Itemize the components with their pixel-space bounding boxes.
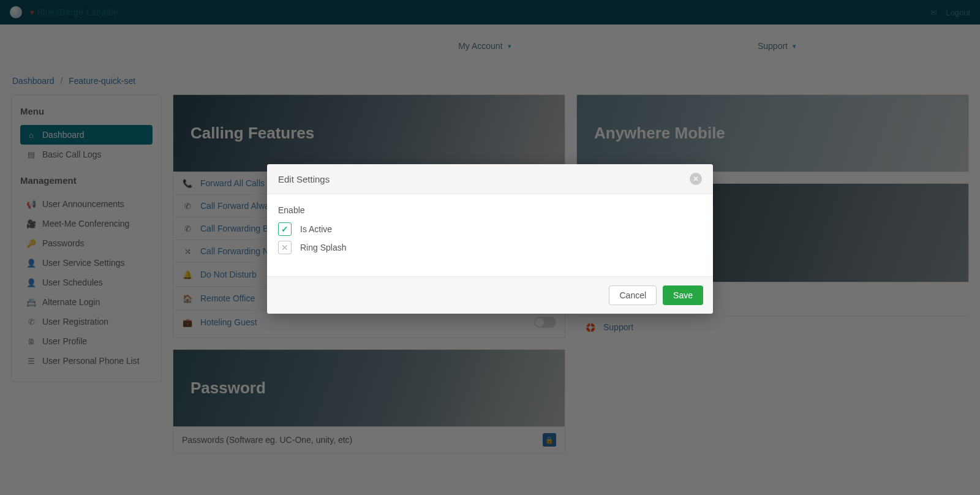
- modal-title: Edit Settings: [278, 174, 330, 184]
- save-button[interactable]: Save: [663, 285, 703, 305]
- checkbox-ring-splash[interactable]: [278, 241, 292, 254]
- modal-edit-settings: Edit Settings ✕ Enable Is Active Ring Sp…: [267, 164, 713, 314]
- modal-footer: Cancel Save: [267, 276, 713, 314]
- checkbox-is-active[interactable]: [278, 222, 292, 236]
- checkbox-label: Is Active: [300, 224, 332, 234]
- check-row-is-active: Is Active: [278, 222, 702, 236]
- modal-body: Enable Is Active Ring Splash: [267, 194, 713, 276]
- cancel-button[interactable]: Cancel: [609, 285, 657, 305]
- close-icon[interactable]: ✕: [690, 173, 702, 185]
- checkbox-label: Ring Splash: [300, 243, 347, 252]
- check-row-ring-splash: Ring Splash: [278, 241, 702, 254]
- modal-header: Edit Settings ✕: [267, 164, 713, 194]
- enable-label: Enable: [278, 205, 702, 215]
